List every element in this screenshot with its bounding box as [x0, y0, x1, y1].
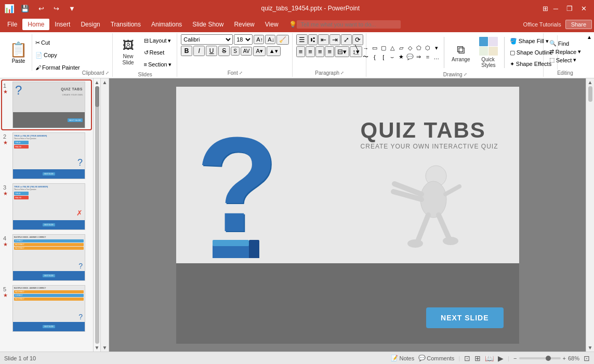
slide-thumb-5[interactable]: 5 ★ MULTIPLE CHOICE - ANSWER 2 CORRECT I…	[2, 284, 91, 333]
shape-curve[interactable]: ⌒	[353, 53, 361, 61]
slide-thumb-4[interactable]: 4 ★ MULTIPLE CHOICE - ANSWER 1 CORRECT C…	[2, 233, 91, 282]
vscroll-right-up[interactable]: ▲	[588, 79, 593, 85]
ribbon-collapse-button[interactable]: ▲	[587, 34, 592, 40]
scroll-down-button[interactable]: ▼	[95, 345, 100, 350]
save-button[interactable]: 💾	[18, 4, 32, 14]
align-right-button[interactable]: ≡	[315, 46, 325, 57]
vscroll-left-down[interactable]: ▼	[102, 345, 108, 350]
shape-diamond[interactable]: ◇	[406, 44, 414, 52]
bullets-button[interactable]: ☰	[296, 34, 308, 45]
normal-view-button[interactable]: ⊡	[464, 354, 470, 362]
scroll-up-button[interactable]: ▲	[95, 79, 100, 85]
slide-sorter-button[interactable]: ⊞	[474, 354, 481, 362]
vscroll-left-up[interactable]: ▲	[102, 79, 108, 85]
bold-button[interactable]: B	[181, 46, 192, 56]
slides-scrollbar[interactable]: ▲ ▼	[94, 78, 101, 352]
shadow-button[interactable]: S	[231, 47, 240, 56]
shape-rect[interactable]: ▭	[371, 44, 379, 52]
layout-button[interactable]: ⊟ Layout▾	[142, 35, 174, 46]
select-button[interactable]: ⬚ Select▾	[548, 56, 583, 64]
search-input[interactable]	[297, 20, 401, 29]
menu-file[interactable]: File	[2, 19, 22, 30]
shape-arrow[interactable]: →	[362, 44, 370, 52]
font-grow-button[interactable]: A↑	[254, 35, 264, 44]
clipboard-expander[interactable]: ⤢	[105, 71, 109, 75]
paste-button[interactable]: 📋 Paste	[5, 34, 32, 71]
menu-home[interactable]: Home	[22, 19, 49, 30]
vertical-scrollbar-right[interactable]: ▲ ▼	[586, 78, 594, 352]
reset-button[interactable]: ↺ Reset	[142, 47, 174, 58]
close-button[interactable]: ✕	[578, 4, 590, 14]
menu-review[interactable]: Review	[229, 19, 259, 30]
notes-button[interactable]: 📝 Notes	[391, 355, 414, 361]
paragraph-expander[interactable]: ⤢	[340, 71, 344, 75]
section-button[interactable]: ≡ Section▾	[142, 59, 174, 70]
columns-button[interactable]: ⊟▾	[335, 46, 349, 57]
reading-view-button[interactable]: 📖	[485, 354, 494, 362]
shape-bracket[interactable]: [	[379, 53, 388, 61]
font-expander[interactable]: ⤢	[239, 71, 243, 75]
shape-line[interactable]: ╲	[353, 44, 361, 52]
cut-button[interactable]: ✂ Cut	[33, 37, 82, 48]
menu-insert[interactable]: Insert	[49, 19, 75, 30]
shape-parallelogram[interactable]: ▱	[397, 44, 405, 52]
shape-triangle[interactable]: △	[388, 44, 397, 52]
minimize-button[interactable]: ─	[550, 4, 561, 14]
strikethrough-button[interactable]: S	[218, 46, 230, 56]
menu-design[interactable]: Design	[75, 19, 105, 30]
shape-pentagon[interactable]: ⬠	[415, 44, 423, 52]
italic-button[interactable]: I	[193, 46, 205, 56]
menu-view[interactable]: View	[260, 19, 284, 30]
restore-button[interactable]: ❐	[563, 4, 576, 14]
shape-freeform[interactable]: 〜	[362, 53, 370, 61]
shape-arrow2[interactable]: ⇒	[415, 53, 423, 61]
shape-arc[interactable]: ⌣	[388, 53, 397, 61]
slideshow-button[interactable]: ▶	[498, 354, 504, 362]
slide-thumb-3[interactable]: 3 ★ TRUE or FALSE (FALSE ANSWER) This is…	[2, 182, 91, 231]
quick-styles-button[interactable]: QuickStyles	[476, 34, 501, 71]
shape-hexagon[interactable]: ⬡	[424, 44, 432, 52]
vertical-scrollbar-left[interactable]: ▲ ▼	[101, 78, 109, 352]
replace-button[interactable]: ⇄ Replace▾	[548, 48, 583, 56]
slide-thumb-2[interactable]: 2 ★ TRUE or FALSE (TRUE ANSWER) This is …	[2, 131, 91, 180]
decrease-indent-button[interactable]: ⇤	[318, 34, 329, 45]
arrange-button[interactable]: ⧉ Arrange	[447, 34, 474, 71]
zoom-out-button[interactable]: −	[513, 355, 517, 361]
align-center-button[interactable]: ≡	[306, 46, 315, 57]
zoom-slider[interactable]	[519, 357, 561, 359]
vscroll-right-thumb[interactable]	[588, 86, 592, 102]
copy-button[interactable]: 📄 Copy	[33, 49, 82, 61]
find-button[interactable]: 🔍 Find	[548, 39, 583, 47]
customize-qat-button[interactable]: ▼	[65, 4, 78, 14]
shape-more2[interactable]: …	[432, 53, 441, 61]
slide-thumb-1[interactable]: 1 ★ ? QUIZ TABS CREATE YOUR OWN NEXT SLI…	[2, 80, 91, 129]
shape-more[interactable]: ▾	[432, 44, 441, 52]
format-painter-button[interactable]: 🖌 Format Painter	[33, 62, 82, 73]
scroll-thumb[interactable]	[95, 86, 99, 107]
increase-indent-button[interactable]: ⇥	[329, 34, 340, 45]
text-direction-button[interactable]: ⤢	[341, 34, 352, 45]
menu-slideshow[interactable]: Slide Show	[187, 19, 229, 30]
menu-transitions[interactable]: Transitions	[105, 19, 146, 30]
font-name-select[interactable]: Calibri	[181, 34, 233, 45]
menu-animations[interactable]: Animations	[146, 19, 187, 30]
vscroll-right-down[interactable]: ▼	[588, 345, 593, 350]
zoom-in-button[interactable]: +	[563, 355, 566, 361]
shape-star5[interactable]: ★	[397, 53, 405, 61]
new-slide-button[interactable]: 🖼 NewSlide	[117, 34, 140, 71]
redo-button[interactable]: ↪	[50, 4, 62, 14]
char-spacing-button[interactable]: AV	[241, 47, 253, 56]
next-slide-button[interactable]: NEXT SLIDE	[426, 307, 503, 328]
font-shrink-button[interactable]: A↓	[265, 35, 275, 44]
shape-callout[interactable]: 💬	[406, 53, 414, 61]
shape-braces[interactable]: {	[371, 53, 379, 61]
font-color-button[interactable]: A▾	[253, 46, 265, 56]
share-button[interactable]: Share	[565, 20, 592, 29]
clear-format-button[interactable]: 🧹	[276, 35, 289, 45]
fit-slide-button[interactable]: ⊡	[584, 354, 590, 362]
text-highlight-button[interactable]: ▲▾	[267, 46, 281, 56]
align-left-button[interactable]: ≡	[296, 46, 306, 57]
numbering-button[interactable]: ⑆	[308, 34, 318, 45]
comments-button[interactable]: 💬 Comments	[418, 355, 454, 361]
undo-button[interactable]: ↩	[35, 4, 47, 14]
